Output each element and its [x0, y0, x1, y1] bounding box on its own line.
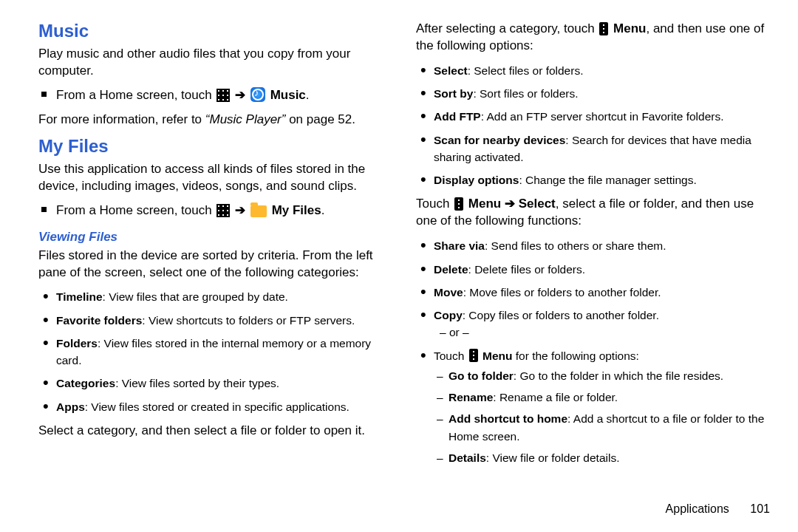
term: Scan for nearby devices	[434, 134, 565, 146]
func-bullets: Share via: Send files to others or share…	[416, 237, 770, 466]
term: Folders	[56, 337, 98, 349]
list-item: Delete: Delete files or folders.	[434, 261, 770, 278]
text: : View shortcuts to folders or FTP serve…	[142, 314, 355, 327]
text: : Add an FTP server shortcut in Favorite…	[481, 110, 724, 123]
text: for the following options:	[512, 349, 638, 362]
text: : Select files or folders.	[468, 64, 584, 77]
list-item: Details: View file or folder details.	[449, 449, 770, 466]
list-item: Add shortcut to home: Add a shortcut to …	[449, 410, 770, 445]
footer-section: Applications	[666, 502, 729, 515]
text: : View files stored in the internal memo…	[56, 337, 371, 366]
term: Display options	[434, 174, 519, 186]
text: : Sort files or folders.	[473, 87, 578, 100]
list-item: Scan for nearby devices: Search for devi…	[434, 132, 770, 166]
text: From a Home screen, touch	[56, 203, 215, 217]
list-item: Share via: Send files to others or share…	[434, 237, 770, 254]
myfiles-heading: My Files	[38, 136, 392, 157]
text: , select a file or folder, and then use …	[416, 197, 754, 228]
text: : Copy files or folders to another folde…	[463, 309, 659, 321]
viewing-heading: Viewing Files	[38, 230, 392, 245]
menu-select-label: Menu ➔ Select	[468, 197, 556, 211]
term: Sort by	[434, 87, 473, 100]
page-number: 101	[750, 502, 770, 515]
text: : View file or folder details.	[486, 451, 620, 464]
menu-icon	[454, 197, 463, 211]
term: Go to folder	[449, 369, 514, 382]
music-nav: From a Home screen, touch ➔ Music.	[38, 87, 392, 104]
text: Touch	[434, 349, 468, 362]
apps-icon	[216, 204, 230, 217]
list-item: Categories: View files sorted by their t…	[56, 375, 392, 392]
list-item: Move: Move files or folders to another f…	[434, 284, 770, 301]
music-desc: Play music and other audio files that yo…	[38, 46, 392, 80]
list-item: Copy: Copy files or folders to another f…	[434, 307, 770, 341]
text: : Send files to others or share them.	[485, 239, 666, 252]
arrow-icon: ➔	[235, 203, 245, 217]
music-ref: For more information, refer to “Music Pl…	[38, 112, 392, 129]
touch-menu-select: Touch Menu ➔ Select, select a file or fo…	[416, 196, 770, 230]
text: : Move files or folders to another folde…	[463, 286, 661, 299]
list-item: Timeline: View files that are grouped by…	[56, 288, 392, 305]
list-item: Sort by: Sort files or folders.	[434, 85, 770, 102]
text: After selecting a category, touch	[416, 21, 598, 35]
term: Move	[434, 286, 463, 299]
music-app-icon	[250, 87, 265, 102]
term: Details	[449, 451, 486, 464]
page-footer: Applications 101	[666, 502, 770, 516]
term: Categories	[56, 377, 115, 389]
apps-icon	[216, 89, 230, 102]
list-item: Select: Select files or folders.	[434, 62, 770, 79]
reference-title: “Music Player”	[205, 112, 286, 126]
myfiles-label: My Files	[272, 203, 321, 217]
text: : Delete files or folders.	[468, 263, 586, 276]
list-item: Folders: View files stored in the intern…	[56, 335, 392, 369]
viewing-intro: Files stored in the device are sorted by…	[38, 248, 392, 282]
term: Add FTP	[434, 110, 481, 123]
list-item: Go to folder: Go to the folder in which …	[449, 367, 770, 384]
term: Timeline	[56, 290, 103, 303]
menu-label: Menu	[613, 21, 646, 35]
or-divider: – or –	[434, 324, 770, 341]
menu-icon	[469, 349, 478, 362]
term: Share via	[434, 239, 485, 252]
music-label: Music	[270, 88, 306, 102]
term: Select	[434, 64, 468, 77]
list-item: Favorite folders: View shortcuts to fold…	[56, 312, 392, 329]
term: Copy	[434, 309, 463, 321]
text: : Rename a file or folder.	[493, 391, 618, 403]
arrow-icon: ➔	[235, 88, 245, 102]
viewing-bullets: Timeline: View files that are grouped by…	[38, 288, 392, 415]
folder-icon	[250, 205, 267, 217]
text: : Go to the folder in which the file res…	[514, 369, 723, 382]
myfiles-nav: From a Home screen, touch ➔ My Files.	[38, 202, 392, 219]
text: Touch	[416, 197, 453, 211]
music-heading: Music	[38, 21, 392, 41]
menu-icon	[599, 22, 608, 35]
list-item: Add FTP: Add an FTP server shortcut in F…	[434, 108, 770, 125]
dash-bullets: Go to folder: Go to the folder in which …	[434, 367, 770, 466]
term: Add shortcut to home	[449, 412, 567, 425]
text: For more information, refer to	[38, 112, 205, 126]
text: : View files stored or created in specif…	[85, 400, 349, 413]
term: Rename	[449, 391, 493, 403]
list-item: Display options: Change the file manager…	[434, 171, 770, 188]
select-line: Select a category, and then select a fil…	[38, 423, 392, 440]
myfiles-desc: Use this application to access all kinds…	[38, 161, 392, 195]
text: From a Home screen, touch	[56, 88, 215, 102]
menu-label: Menu	[482, 349, 512, 362]
menu-bullets: Select: Select files or folders. Sort by…	[416, 62, 770, 189]
term: Delete	[434, 263, 468, 276]
after-category: After selecting a category, touch Menu, …	[416, 21, 770, 55]
text: : View files sorted by their types.	[115, 377, 279, 389]
term: Apps	[56, 400, 85, 413]
list-item: Apps: View files stored or created in sp…	[56, 398, 392, 415]
list-item: Touch Menu for the following options: Go…	[434, 347, 770, 467]
list-item: Rename: Rename a file or folder.	[449, 389, 770, 406]
text: : Change the file manager settings.	[519, 174, 696, 186]
text: : View files that are grouped by date.	[103, 290, 288, 303]
text: on page 52.	[285, 112, 355, 126]
term: Favorite folders	[56, 314, 142, 327]
